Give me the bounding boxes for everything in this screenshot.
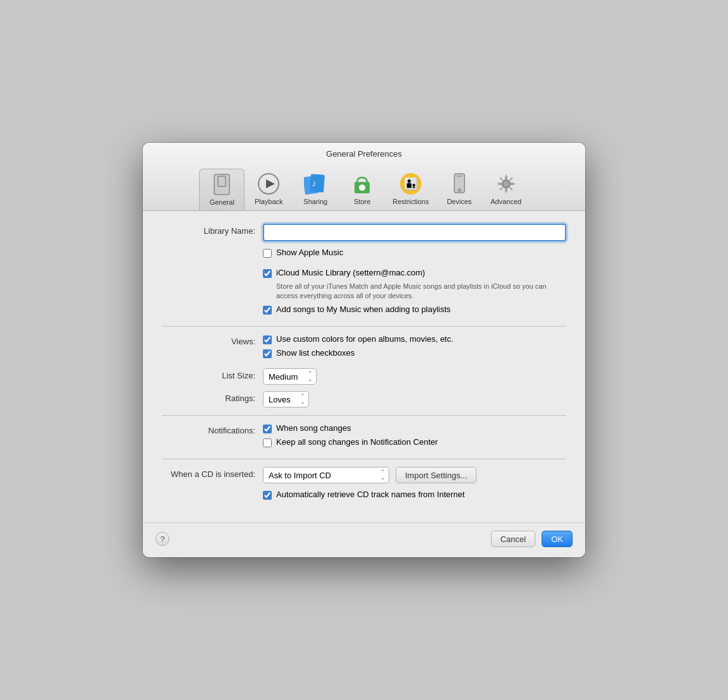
tab-advanced-label: Advanced [490,198,521,205]
general-icon [210,173,233,196]
svg-marker-3 [266,179,275,188]
auto-retrieve-label: Automatically retrieve CD track names fr… [276,490,464,499]
show-checkboxes-row[interactable]: Show list checkboxes [263,348,566,358]
restrictions-icon: 👨‍👦 [399,172,422,195]
tab-sharing-label: Sharing [303,198,327,205]
ratings-label: Ratings: [162,391,263,403]
tab-restrictions-label: Restrictions [392,198,428,205]
import-settings-button[interactable]: Import Settings... [396,467,476,483]
library-name-row: Library Name: [162,224,566,241]
cd-inserted-row: When a CD is inserted: Show CD Begin Pla… [162,467,566,504]
when-song-changes-checkbox[interactable] [263,425,272,433]
show-checkboxes-checkbox[interactable] [263,349,272,358]
divider-1 [162,326,566,327]
icloud-row: iCloud Music Library (settern@mac.com) S… [162,268,566,319]
notifications-row: Notifications: When song changes Keep al… [162,423,566,451]
auto-retrieve-row[interactable]: Automatically retrieve CD track names fr… [263,490,566,500]
when-song-changes-row[interactable]: When song changes [263,423,566,433]
svg-rect-13 [457,176,462,177]
auto-retrieve-checkbox[interactable] [263,491,272,500]
sharing-icon: ♪ [304,172,327,195]
advanced-icon [495,172,518,195]
cd-inserted-label: When a CD is inserted: [162,467,263,479]
tab-advanced[interactable]: Advanced [483,169,529,210]
cd-select-wrapper: Show CD Begin Playing Ask to Import CD I… [263,467,389,483]
custom-colors-label: Use custom colors for open albums, movie… [276,334,453,344]
list-size-select-wrapper: Small Medium Large [263,368,317,385]
list-size-label: List Size: [162,368,263,380]
ratings-select-wrapper: Stars Loves [263,391,309,407]
playback-icon [257,172,280,195]
show-apple-music-label: Show Apple Music [276,248,343,257]
icloud-library-row[interactable]: iCloud Music Library (settern@mac.com) [263,268,566,278]
notifications-label: Notifications: [162,423,263,435]
show-apple-music-checkbox[interactable] [263,249,272,258]
show-apple-music-row[interactable]: Show Apple Music [263,248,566,258]
keep-song-changes-row[interactable]: Keep all song changes in Notification Ce… [263,437,566,447]
preferences-window: General Preferences General [143,143,585,558]
custom-colors-checkbox[interactable] [263,335,272,344]
add-songs-row[interactable]: Add songs to My Music when adding to pla… [263,305,566,315]
footer: ? Cancel OK [143,522,585,557]
list-size-row: List Size: Small Medium Large [162,368,566,385]
library-name-label: Library Name: [162,224,263,236]
tab-store[interactable]: Store [339,169,385,210]
icloud-library-label: iCloud Music Library (settern@mac.com) [276,268,425,277]
svg-text:👨‍👦: 👨‍👦 [404,177,418,191]
keep-song-changes-label: Keep all song changes in Notification Ce… [276,437,438,447]
cancel-button[interactable]: Cancel [491,531,535,547]
tab-general-label: General [210,198,234,206]
icloud-library-desc: Store all of your iTunes Match and Apple… [276,282,566,301]
ratings-row: Ratings: Stars Loves [162,391,566,407]
apple-music-row: Show Apple Music [162,248,566,262]
preferences-content: Library Name: Show Apple Music iCloud Mu… [143,211,585,523]
svg-point-8 [359,184,365,191]
footer-buttons: Cancel OK [491,531,573,547]
ratings-select[interactable]: Stars Loves [263,391,309,407]
divider-3 [162,459,566,459]
tab-general[interactable]: General [199,169,245,210]
keep-song-changes-checkbox[interactable] [263,438,272,447]
library-name-control [263,224,566,241]
library-name-input[interactable] [263,224,566,241]
tab-store-label: Store [354,198,370,205]
tab-sharing[interactable]: ♪ Sharing [293,169,338,210]
tab-devices-label: Devices [447,198,471,205]
svg-text:♪: ♪ [312,178,317,188]
custom-colors-row[interactable]: Use custom colors for open albums, movie… [263,334,566,344]
views-row: Views: Use custom colors for open albums… [162,334,566,362]
add-songs-checkbox[interactable] [263,306,272,315]
tab-playback[interactable]: Playback [246,169,291,210]
tab-restrictions[interactable]: 👨‍👦 Restrictions [386,169,435,210]
cd-inserted-select[interactable]: Show CD Begin Playing Ask to Import CD I… [263,467,389,483]
devices-icon [448,172,471,195]
icloud-library-checkbox[interactable] [263,269,272,278]
add-songs-label: Add songs to My Music when adding to pla… [276,305,451,314]
when-song-changes-label: When song changes [276,423,351,433]
list-size-select[interactable]: Small Medium Large [263,368,317,385]
show-checkboxes-label: Show list checkboxes [276,348,355,358]
svg-point-17 [505,183,507,184]
svg-rect-0 [214,174,229,195]
help-button[interactable]: ? [155,532,169,546]
ok-button[interactable]: OK [542,531,573,547]
tab-devices[interactable]: Devices [437,169,482,210]
title-bar: General Preferences General [143,143,585,211]
tab-playback-label: Playback [255,198,283,205]
store-icon [351,172,373,195]
divider-2 [162,415,566,416]
window-title: General Preferences [143,149,585,159]
cd-controls-row: Show CD Begin Playing Ask to Import CD I… [263,467,566,483]
toolbar: General Playback ♪ [143,165,585,210]
views-label: Views: [162,334,263,346]
